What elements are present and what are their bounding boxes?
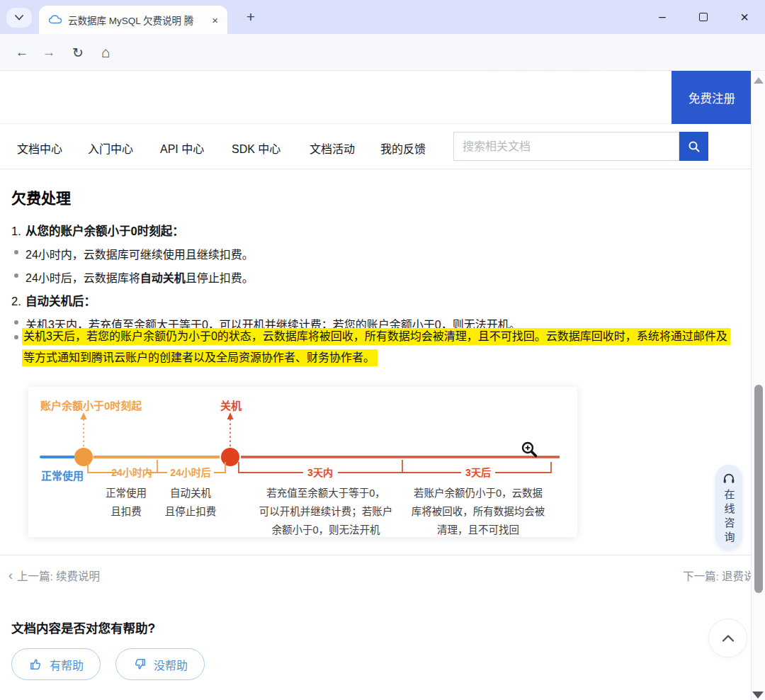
helpful-label: 有帮助 <box>50 656 84 673</box>
seg4-label: 3天后 <box>465 467 491 478</box>
seg3-desc: 若充值至余额大于等于0， <box>266 487 385 499</box>
section-divider <box>0 555 765 555</box>
bullet2-pre: 24小时后，云数据库将 <box>26 272 140 284</box>
highlighted-text-line2: 等方式通知到腾讯云账户的创建者以及全局资源协作者、财务协作者。 <box>22 348 378 365</box>
seg4-desc: 库将被回收，所有数据均会被 <box>412 506 545 517</box>
seg3-desc: 可以开机并继续计费；若账户 <box>259 506 393 518</box>
maximize-button[interactable] <box>683 0 724 34</box>
online-consult-widget[interactable]: 在线咨询 <box>715 465 742 550</box>
list-item-1-text: 从您的账户余额小于0时刻起： <box>26 225 184 237</box>
list-item-2-text: 自动关机后： <box>26 295 96 307</box>
helpful-button[interactable]: 有帮助 <box>11 648 101 680</box>
phase-normal-label: 正常使用 <box>41 470 84 482</box>
seg3-desc: 余额小于0，则无法开机 <box>271 524 380 536</box>
scrollbar-up-arrow-icon[interactable] <box>754 77 764 84</box>
chevron-down-icon <box>15 15 23 21</box>
seg2-desc: 且停止扣费 <box>165 506 217 517</box>
headset-icon <box>722 473 735 484</box>
window-controls: – × <box>642 0 765 34</box>
zoom-cursor-icon <box>521 441 539 462</box>
forward-icon[interactable]: → <box>37 34 61 71</box>
seg4-desc: 若账户余额仍小于0，云数据 <box>414 487 543 499</box>
new-tab-button[interactable]: + <box>241 7 261 27</box>
chevron-left-icon: ‹ <box>8 568 13 583</box>
highlight-text: 等方式通知到腾讯云账户的创建者以及全局资源协作者、财务协作者。 <box>22 349 378 366</box>
home-icon[interactable]: ⌂ <box>94 34 118 71</box>
seg2-desc: 自动关机 <box>170 487 211 499</box>
feedback-question: 文档内容是否对您有帮助? <box>11 619 155 636</box>
docnav-sdk-center[interactable]: SDK 中心 <box>232 140 280 157</box>
highlight-text: 关机3天后，若您的账户余额仍为小于0的状态，云数据库将被回收，所有数据均会被清理… <box>22 328 730 345</box>
seg2-label: 24小时后 <box>170 467 211 478</box>
active-tab[interactable]: 云数据库 MySQL 欠费说明 腾 × <box>39 6 227 34</box>
search-icon <box>688 140 701 153</box>
doc-search-button[interactable] <box>679 132 708 161</box>
browser-tab-strip: 云数据库 MySQL 欠费说明 腾 × + – × <box>0 0 765 34</box>
tab-title: 云数据库 MySQL 欠费说明 腾 <box>68 13 210 27</box>
maximize-icon <box>699 13 708 21</box>
bullet2-post: 且停止扣费。 <box>186 272 254 284</box>
page-title: 欠费处理 <box>11 186 71 208</box>
timeline-diagram-image[interactable]: 账户余额小于0时刻起 关机 24小时内 24小时后 <box>28 387 577 537</box>
not-helpful-button[interactable]: 没帮助 <box>115 648 205 680</box>
tab-close-icon[interactable]: × <box>210 14 220 26</box>
scrollbar-thumb[interactable] <box>754 385 763 593</box>
seg1-label: 24小时内 <box>111 467 152 478</box>
browser-toolbar: ← → ↻ ⌂ cloud.tencent.com/document/produ… <box>0 34 765 71</box>
marker2-label: 关机 <box>220 400 242 412</box>
article-content: 欠费处理 1.从您的账户余额小于0时刻起： 24小时内，云数据库可继续使用且继续… <box>0 169 765 700</box>
scroll-to-top-button[interactable] <box>708 619 747 657</box>
thumbs-down-icon <box>132 657 147 672</box>
scrollbar-down-arrow-icon[interactable] <box>752 691 764 699</box>
seg1-desc: 且扣费 <box>110 506 142 517</box>
list-number: 2. <box>11 295 26 308</box>
prev-article-link[interactable]: ‹ 上一篇: 续费说明 <box>8 568 100 583</box>
thumbs-up-icon <box>28 657 43 672</box>
seg1-desc: 正常使用 <box>106 487 147 499</box>
not-helpful-label: 没帮助 <box>154 656 188 673</box>
bullet-dot <box>14 335 18 339</box>
doc-nav: 文档中心 入门中心 API 中心 SDK 中心 文档活动 我的反馈 <box>0 124 765 169</box>
page-scrollbar[interactable] <box>751 71 765 700</box>
list-item-2: 2.自动关机后： <box>11 292 96 309</box>
bullet-item: 24小时后，云数据库将自动关机且停止扣费。 <box>26 269 254 286</box>
docnav-start-center[interactable]: 入门中心 <box>88 140 133 157</box>
docnav-api-center[interactable]: API 中心 <box>160 140 204 157</box>
tab-search-button[interactable] <box>6 8 32 28</box>
back-icon[interactable]: ← <box>10 34 34 71</box>
highlighted-text-line1: 关机3天后，若您的账户余额仍为小于0的状态，云数据库将被回收，所有数据均会被清理… <box>22 327 730 344</box>
docnav-doc-center[interactable]: 文档中心 <box>17 140 62 157</box>
seg4-desc: 清理，且不可找回 <box>437 524 519 536</box>
reload-icon[interactable]: ↻ <box>66 34 90 71</box>
site-header: 腾讯云 HOT 最新活动 产品 更多 搜索: 知识引擎... 中国站 文档 备案… <box>0 71 765 124</box>
list-number: 1. <box>11 225 26 238</box>
chevron-up-icon <box>722 635 735 642</box>
tencent-cloud-favicon <box>49 15 62 25</box>
docnav-doc-activity[interactable]: 文档活动 <box>310 140 355 157</box>
list-item-1: 1.从您的账户余额小于0时刻起： <box>11 222 184 239</box>
close-button[interactable]: × <box>724 0 765 34</box>
register-button[interactable]: 免费注册 <box>672 71 752 124</box>
seg3-label: 3天内 <box>307 467 333 478</box>
marker1-label: 账户余额小于0时刻起 <box>40 400 142 412</box>
bullet2-bold: 自动关机 <box>140 272 186 284</box>
consult-label: 在线咨询 <box>722 489 737 546</box>
docnav-my-feedback[interactable]: 我的反馈 <box>380 140 426 157</box>
minimize-button[interactable]: – <box>642 0 683 34</box>
doc-search-input[interactable] <box>453 132 679 161</box>
prev-article-label: 上一篇: 续费说明 <box>17 568 100 583</box>
timeline-diagram: 账户余额小于0时刻起 关机 24小时内 24小时后 <box>28 387 577 537</box>
bullet-item: 24小时内，云数据库可继续使用且继续扣费。 <box>26 245 254 262</box>
